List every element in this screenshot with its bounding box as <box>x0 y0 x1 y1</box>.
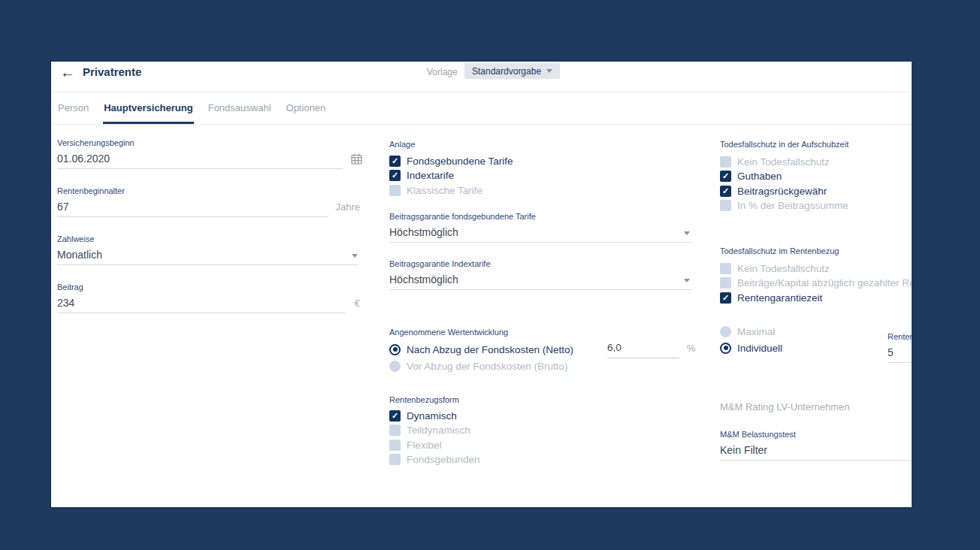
group-label-wertentwicklung: Angenommene Wertentwicklung <box>389 328 508 337</box>
checkbox-disabled-icon <box>389 454 401 465</box>
field-beitragsgarantie-fonds: Beitragsgarantie fondsgebundene Tarife H… <box>389 212 693 242</box>
checkbox-indextarife[interactable]: ✓ Indextarife <box>389 168 513 183</box>
checkbox-disabled-icon <box>720 200 731 211</box>
group-label-anlage: Anlage <box>389 140 415 150</box>
rentengarantiezeit-input[interactable]: 5 <box>888 346 894 358</box>
checkbox-teildynamisch: Teildynamisch <box>389 423 480 437</box>
tab-person[interactable]: Person <box>57 92 89 124</box>
tab-optionen[interactable]: Optionen <box>286 92 327 124</box>
radio-maximal: Maximal <box>720 323 782 340</box>
radio-individuell[interactable]: Individuell <box>720 340 782 356</box>
group-label-todesfallschutz-rente: Todesfallschutz im Rentenbezug <box>720 246 839 256</box>
checkbox-disabled-icon <box>389 440 401 451</box>
back-arrow-icon[interactable]: ← <box>60 62 75 82</box>
field-mm-belastungstest: M&M Belastungstest Kein Filter <box>720 430 912 460</box>
zahlweise-select[interactable]: Monatlich <box>57 249 102 261</box>
group-label-todesfallschutz-aufschub: Todesfallschutz in der Aufschubzeit <box>720 140 848 150</box>
field-beitrag: Beitrag 234 € <box>57 283 360 313</box>
tab-hauptversicherung[interactable]: Hauptversicherung <box>103 92 193 124</box>
page-title: Privatrente <box>83 65 141 80</box>
rentenbezugsform-checkbox-group: ✓ Dynamisch Teildynamisch Flexibel Fonds… <box>389 409 480 467</box>
checkbox-disabled-icon <box>389 425 401 436</box>
field-beitragsgarantie-index: Beitragsgarantie Indextarife Höchstmögli… <box>389 259 693 289</box>
radio-brutto: Vor Abzug der Fondskosten (Brutto) <box>389 358 573 374</box>
field-label: M&M Belastungstest <box>720 430 912 440</box>
checkbox-checked-icon: ✓ <box>389 170 401 181</box>
checkbox-fondsgebunden: Fondsgebunden <box>389 452 480 467</box>
checkbox-flexibel: Flexibel <box>389 438 480 452</box>
checkbox-klassische-tarife: Klassische Tarife <box>389 183 513 198</box>
checkbox-checked-icon: ✓ <box>720 171 731 182</box>
checkbox-checked-icon: ✓ <box>720 186 731 197</box>
header-bar: ← Privatrente Vorlage Standardvorgabe <box>51 62 912 92</box>
checkbox-disabled-icon <box>720 156 731 168</box>
tab-fondsauswahl[interactable]: Fondsauswahl <box>207 92 272 124</box>
beitragsgarantie-index-select[interactable]: Höchstmöglich <box>389 273 458 286</box>
wertentwicklung-radio-group: Nach Abzug der Fondskosten (Netto) Vor A… <box>389 341 573 374</box>
checkbox-fondsgebundene-tarife[interactable]: ✓ Fondsgebundene Tarife <box>389 154 513 168</box>
template-dropdown-value: Standardvorgabe <box>472 66 541 77</box>
todesfallschutz-aufschub-group: Kein Todesfallschutz ✓ Guthaben ✓ Beitra… <box>720 155 848 213</box>
radio-selected-icon <box>720 343 731 354</box>
radio-selected-icon <box>389 344 401 355</box>
field-zahlweise: Zahlweise Monatlich <box>57 234 360 264</box>
template-dropdown[interactable]: Standardvorgabe <box>464 63 560 79</box>
field-label: Beitragsgarantie Indextarife <box>389 259 693 269</box>
prozent-input[interactable]: 6,0 <box>607 342 622 353</box>
field-label: Rentenbeginnalter <box>57 186 360 196</box>
radio-disabled-icon <box>720 326 731 337</box>
main-panel: ← Privatrente Vorlage Standardvorgabe Pe… <box>51 62 912 507</box>
radio-disabled-icon <box>389 361 401 372</box>
vorlage-label: Vorlage <box>427 67 458 78</box>
field-versicherungsbeginn: Versicherungsbeginn 01.06.2020 <box>57 138 360 168</box>
unit-label: Jahre <box>335 201 360 213</box>
checkbox-beitraege-kapital: Beiträge/Kapital abzüglich gezahlter Ren… <box>720 276 912 290</box>
chevron-down-icon[interactable] <box>684 231 690 235</box>
field-label: Versicherungsbeginn <box>57 138 360 148</box>
tab-bar: Person Hauptversicherung Fondsauswahl Op… <box>51 92 912 125</box>
field-rentengarantiezeit-jahre: Rentengarantiezeit 5 <box>888 332 912 362</box>
beitragsgarantie-fonds-select[interactable]: Höchstmöglich <box>389 226 458 238</box>
beitrag-input[interactable]: 234 <box>57 297 74 309</box>
checkbox-checked-icon: ✓ <box>389 410 401 422</box>
chevron-down-icon[interactable] <box>352 254 358 258</box>
checkbox-checked-icon: ✓ <box>720 292 731 304</box>
checkbox-checked-icon: ✓ <box>389 156 401 167</box>
rentengarantie-modus-group: Maximal Individuell <box>720 323 782 356</box>
chevron-down-icon <box>546 69 552 73</box>
field-label: Zahlweise <box>57 234 360 244</box>
checkbox-disabled-icon <box>389 185 401 196</box>
field-label: Rentengarantiezeit <box>888 332 912 342</box>
todesfallschutz-rente-group: Kein Todesfallschutz Beiträge/Kapital ab… <box>720 261 912 305</box>
checkbox-rentengarantiezeit[interactable]: ✓ Rentengarantiezeit <box>720 291 912 305</box>
calendar-icon[interactable] <box>351 153 362 168</box>
checkbox-disabled-icon <box>720 277 731 289</box>
group-label-rentenbezugsform: Rentenbezugsform <box>389 395 459 405</box>
checkbox-kein-todesfallschutz-rente: Kein Todesfallschutz <box>720 261 912 276</box>
checkbox-kein-todesfallschutz-aufschub: Kein Todesfallschutz <box>720 155 848 169</box>
rentenbeginnalter-input[interactable]: 67 <box>57 201 69 213</box>
radio-netto[interactable]: Nach Abzug der Fondskosten (Netto) <box>389 341 573 358</box>
checkbox-dynamisch[interactable]: ✓ Dynamisch <box>389 409 480 423</box>
percent-label: % <box>687 343 696 354</box>
checkbox-beitragsrueckgewaehr[interactable]: ✓ Beitragsrückgewähr <box>720 184 848 198</box>
mm-rating-label: M&M Rating LV-Unternehmen <box>720 402 849 412</box>
checkbox-prozent-beitragssumme: In % der Beitragssumme <box>720 198 848 213</box>
field-rentenbeginnalter: Rentenbeginnalter 67 Jahre <box>57 186 360 216</box>
field-wertentwicklung-prozent: 6,0 <box>607 341 679 358</box>
currency-label: € <box>355 298 360 309</box>
field-label: Beitragsgarantie fondsgebundene Tarife <box>389 212 693 222</box>
anlage-checkbox-group: ✓ Fondsgebundene Tarife ✓ Indextarife Kl… <box>389 154 513 198</box>
chevron-down-icon[interactable] <box>684 279 690 283</box>
checkbox-guthaben[interactable]: ✓ Guthaben <box>720 169 848 183</box>
field-label: Beitrag <box>57 283 360 292</box>
checkbox-disabled-icon <box>720 263 731 274</box>
mm-belastungstest-select[interactable]: Kein Filter <box>720 444 767 456</box>
versicherungsbeginn-input[interactable]: 01.06.2020 <box>57 153 110 165</box>
